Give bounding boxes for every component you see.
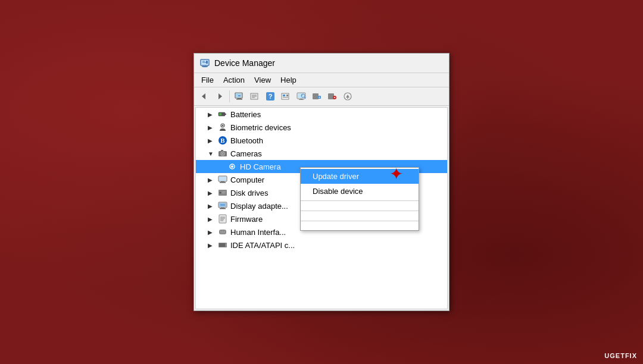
toolbar: ? xyxy=(194,87,449,106)
expander-hid: ▶ xyxy=(208,229,217,236)
title-bar: Device Manager xyxy=(194,54,449,73)
computer-label: Computer xyxy=(230,175,264,184)
svg-rect-62 xyxy=(222,193,225,193)
svg-text:?: ? xyxy=(269,93,273,100)
menu-file[interactable]: File xyxy=(196,74,219,86)
svg-rect-2 xyxy=(203,67,207,67)
svg-rect-42 xyxy=(225,114,226,115)
firmware-icon xyxy=(217,214,228,224)
context-menu-update-driver[interactable]: Update driver xyxy=(301,169,419,184)
context-sep-1 xyxy=(301,200,419,201)
hid-icon xyxy=(217,227,228,237)
cameras-label: Cameras xyxy=(230,149,262,158)
expander-display: ▶ xyxy=(208,203,217,209)
tree-item-bluetooth[interactable]: ▶ B Bluetooth xyxy=(196,134,447,147)
svg-rect-77 xyxy=(220,233,225,233)
menu-action[interactable]: Action xyxy=(219,74,249,86)
batteries-label: Batteries xyxy=(230,110,261,119)
context-menu-scan[interactable] xyxy=(301,213,419,219)
expander-cameras: ▼ xyxy=(208,150,217,157)
svg-marker-7 xyxy=(202,93,205,99)
toolbar-help-button[interactable]: ? xyxy=(263,89,277,103)
expander-biometric: ▶ xyxy=(208,124,217,131)
cameras-icon xyxy=(217,148,228,159)
svg-point-74 xyxy=(220,231,221,232)
svg-point-50 xyxy=(222,153,224,155)
context-sep-3 xyxy=(301,221,419,221)
toolbar-remove-button[interactable] xyxy=(325,89,339,103)
context-menu-uninstall-device[interactable] xyxy=(301,203,419,209)
context-menu: Update driver Disable device xyxy=(300,167,419,231)
svg-rect-21 xyxy=(283,95,285,96)
hd-camera-icon xyxy=(227,161,238,172)
svg-point-45 xyxy=(222,125,224,127)
svg-rect-67 xyxy=(220,204,225,206)
toolbar-monitor-button[interactable] xyxy=(294,89,308,103)
svg-rect-6 xyxy=(206,61,208,64)
expander-bluetooth: ▶ xyxy=(208,137,217,144)
tree-item-biometric[interactable]: ▶ Biometric devices xyxy=(196,121,447,134)
expander-ide: ▶ xyxy=(208,242,217,249)
context-menu-disable-device[interactable]: Disable device xyxy=(301,184,419,199)
svg-rect-13 xyxy=(238,95,241,96)
svg-point-60 xyxy=(220,192,221,194)
back-button[interactable] xyxy=(197,89,211,103)
ide-label: IDE ATA/ATAPI c... xyxy=(230,241,295,250)
bluetooth-icon: B xyxy=(217,135,228,146)
svg-rect-51 xyxy=(221,150,223,151)
svg-point-54 xyxy=(231,165,233,168)
disk-icon xyxy=(217,187,228,198)
batteries-icon xyxy=(217,109,228,120)
firmware-label: Firmware xyxy=(230,215,263,224)
biometric-label: Biometric devices xyxy=(230,123,291,132)
watermark-text: UGETFIX xyxy=(604,352,637,359)
svg-rect-56 xyxy=(219,177,226,181)
svg-rect-61 xyxy=(222,192,226,192)
device-manager-window: Device Manager File Action View Help xyxy=(193,53,450,311)
svg-rect-23 xyxy=(283,97,288,98)
window-title: Device Manager xyxy=(214,58,275,68)
tree-item-cameras[interactable]: ▼ Cameras xyxy=(196,147,447,160)
context-sep-2 xyxy=(301,211,419,211)
forward-button[interactable] xyxy=(213,89,227,103)
content-area: ▶ Batteries ▶ Biometric devices xyxy=(195,107,448,309)
expander-computer: ▶ xyxy=(208,177,217,183)
svg-point-30 xyxy=(301,95,302,96)
svg-rect-80 xyxy=(226,244,226,244)
svg-text:B: B xyxy=(220,137,225,144)
svg-rect-22 xyxy=(286,95,288,96)
svg-rect-65 xyxy=(221,208,224,208)
svg-marker-39 xyxy=(346,95,349,98)
svg-rect-66 xyxy=(220,208,226,209)
svg-rect-26 xyxy=(300,99,302,99)
svg-rect-12 xyxy=(236,99,242,100)
tree-item-batteries[interactable]: ▶ Batteries xyxy=(196,108,447,121)
toolbar-download-button[interactable] xyxy=(341,89,355,103)
context-menu-properties[interactable] xyxy=(301,223,419,229)
bluetooth-label: Bluetooth xyxy=(230,136,263,145)
display-label: Display adapte... xyxy=(230,202,288,211)
window-icon xyxy=(200,58,210,68)
toolbar-add-button[interactable] xyxy=(310,89,324,103)
menu-view[interactable]: View xyxy=(249,74,276,86)
toolbar-btn-2[interactable] xyxy=(248,89,262,103)
expander-firmware: ▶ xyxy=(208,216,217,222)
expander-disk: ▶ xyxy=(208,190,217,196)
tree-item-ide[interactable]: ▶ IDE ATA/ATAPI c... xyxy=(196,239,447,252)
svg-rect-81 xyxy=(226,245,226,246)
hid-label: Human Interfa... xyxy=(230,228,286,237)
svg-rect-43 xyxy=(219,113,221,115)
svg-marker-8 xyxy=(219,93,222,99)
hd-camera-label: HD Camera xyxy=(240,162,281,171)
toolbar-btn-1[interactable] xyxy=(232,89,246,103)
svg-rect-11 xyxy=(238,98,241,99)
toolbar-btn-3[interactable] xyxy=(279,89,293,103)
svg-rect-57 xyxy=(221,181,224,182)
svg-rect-31 xyxy=(313,93,319,99)
expander-batteries: ▶ xyxy=(208,111,217,118)
svg-point-75 xyxy=(222,231,223,232)
menu-help[interactable]: Help xyxy=(276,74,301,86)
display-icon xyxy=(217,200,228,211)
watermark: UGETFIX xyxy=(604,352,637,359)
svg-rect-27 xyxy=(299,99,304,100)
